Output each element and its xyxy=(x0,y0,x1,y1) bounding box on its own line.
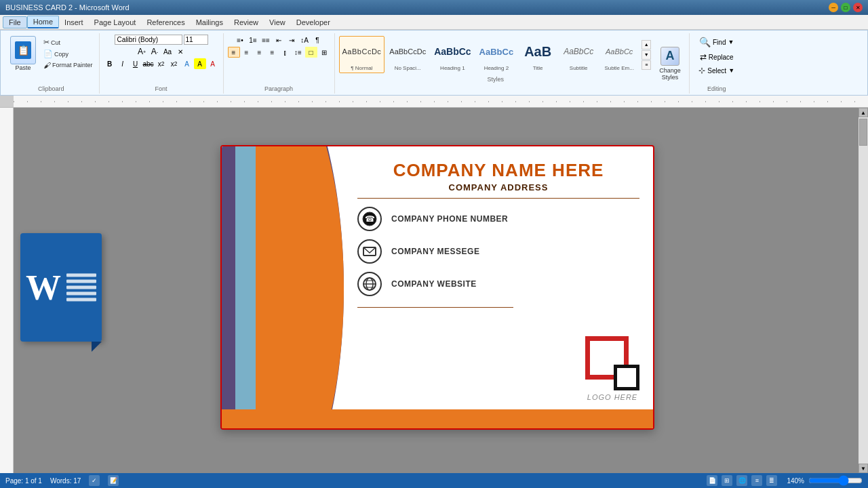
app-window: BUSINESS CARD 2 - Microsoft Word ─ □ ✕ F… xyxy=(0,0,868,488)
align-center-button[interactable]: ≡ xyxy=(241,47,253,58)
view-draft-icon[interactable]: ≣ xyxy=(766,475,777,486)
align-left-button[interactable]: ≡ xyxy=(228,47,240,58)
track-changes-icon[interactable]: 📝 xyxy=(108,475,119,486)
status-right: 📄 ⊞ 🌐 ≡ ≣ 140% xyxy=(707,475,863,486)
style-heading2[interactable]: AaBbCc Heading 2 xyxy=(476,36,517,73)
font-group-label: Font xyxy=(100,85,223,92)
website-row: COMPANY WEBSITE xyxy=(357,272,639,296)
style-subtitle[interactable]: AaBbCc Subtitle xyxy=(559,36,598,73)
styles-scroll-down[interactable]: ▼ xyxy=(642,50,651,60)
style-title[interactable]: AaB Title xyxy=(518,36,557,73)
ruler-corner xyxy=(0,96,14,107)
shrink-font-button[interactable]: A- xyxy=(149,46,161,57)
heading1-label: Heading 1 xyxy=(440,65,465,71)
menu-item-home[interactable]: Home xyxy=(27,16,59,28)
menu-item-developer[interactable]: Developer xyxy=(291,17,336,28)
sort-button[interactable]: ↕A xyxy=(298,35,311,45)
bold-button[interactable]: B xyxy=(104,58,116,69)
cut-button[interactable]: ✂ Cut xyxy=(41,37,95,47)
view-web-icon[interactable]: 🌐 xyxy=(736,475,747,486)
select-button[interactable]: ⊹ Select ▼ xyxy=(696,64,737,77)
editing-label: Editing xyxy=(690,85,744,92)
scroll-up-button[interactable]: ▲ xyxy=(859,108,868,117)
clear-format-button[interactable]: ✕ xyxy=(174,46,186,57)
subscript-button[interactable]: x2 xyxy=(155,58,167,69)
styles-scroll: ▲ ▼ ≡ xyxy=(640,39,652,71)
change-case-button[interactable]: Aa xyxy=(161,46,174,57)
justify-button[interactable]: ≡ xyxy=(267,47,279,58)
close-button[interactable]: ✕ xyxy=(853,3,863,12)
title-bar-controls: ─ □ ✕ xyxy=(829,3,863,12)
scroll-thumb[interactable] xyxy=(859,119,867,146)
change-styles-button[interactable]: A ChangeStyles xyxy=(655,44,685,83)
message-icon xyxy=(357,239,382,264)
underline-button[interactable]: U xyxy=(130,58,142,69)
view-fullscreen-icon[interactable]: ⊞ xyxy=(722,475,732,486)
menu-item-mailings[interactable]: Mailings xyxy=(191,17,229,28)
change-styles-icon: A xyxy=(660,47,679,66)
styles-group: AaBbCcDc ¶ Normal AaBbCcDc No Spaci... A… xyxy=(335,33,690,94)
view-outline-icon[interactable]: ≡ xyxy=(751,475,762,486)
styles-scroll-up[interactable]: ▲ xyxy=(642,40,651,49)
status-left: Page: 1 of 1 Words: 17 ✓ 📝 xyxy=(5,475,119,486)
grow-font-button[interactable]: A+ xyxy=(136,46,148,57)
format-painter-button[interactable]: 🖌 Format Painter xyxy=(41,60,95,70)
font-family-input[interactable] xyxy=(115,35,182,45)
spell-check-icon[interactable]: ✓ xyxy=(89,475,100,486)
column-button[interactable]: ⫿ xyxy=(279,47,292,58)
style-heading1[interactable]: AaBbCc Heading 1 xyxy=(431,36,474,73)
text-effects-button[interactable]: A xyxy=(181,58,193,69)
styles-expand[interactable]: ≡ xyxy=(642,60,651,70)
shading-button[interactable]: □ xyxy=(305,47,317,58)
minimize-button[interactable]: ─ xyxy=(829,3,838,12)
increase-indent-button[interactable]: ⇥ xyxy=(285,35,298,45)
zoom-slider[interactable] xyxy=(808,476,863,485)
style-no-spacing[interactable]: AaBbCcDc No Spaci... xyxy=(386,36,429,73)
cut-label: Cut xyxy=(51,39,60,46)
numbering-button[interactable]: 1≡ xyxy=(247,35,259,45)
scrollbar-right: ▲ ▼ xyxy=(859,108,868,473)
superscript-button[interactable]: x2 xyxy=(168,58,180,69)
show-formatting-button[interactable]: ¶ xyxy=(311,35,323,45)
subtle-em-preview: AaBbCc xyxy=(603,38,635,65)
change-styles-label: ChangeStyles xyxy=(659,67,681,81)
menu-item-references[interactable]: References xyxy=(141,17,190,28)
paragraph-label: Paragraph xyxy=(224,85,334,92)
phone-text: COMPANY PHONE NUMBER xyxy=(391,214,508,224)
highlight-button[interactable]: A xyxy=(194,58,206,69)
style-subtle-em[interactable]: AaBbCc Subtle Em... xyxy=(599,36,639,73)
multilevel-button[interactable]: ≡≡ xyxy=(260,35,272,45)
ruler xyxy=(14,96,868,107)
line-spacing-button[interactable]: ↕≡ xyxy=(292,47,304,58)
scroll-down-button[interactable]: ▼ xyxy=(859,464,868,473)
word-lines xyxy=(66,274,96,302)
main-content: W xyxy=(0,108,868,473)
replace-button[interactable]: ⇄ Replace xyxy=(697,51,736,63)
italic-button[interactable]: I xyxy=(117,58,129,69)
find-button[interactable]: 🔍 Find ▼ xyxy=(696,35,737,49)
menu-item-view[interactable]: View xyxy=(264,17,291,28)
paste-button[interactable]: 📋 Paste xyxy=(7,35,39,73)
menu-item-insert[interactable]: Insert xyxy=(59,17,89,28)
copy-button[interactable]: 📄 Copy xyxy=(41,49,95,59)
menu-item-file[interactable]: File xyxy=(3,16,27,28)
strikethrough-button[interactable]: abc xyxy=(142,58,155,69)
business-card[interactable]: COMPANY NAME HERE COMPANY ADDRESS ☎ COMP… xyxy=(220,145,654,430)
maximize-button[interactable]: □ xyxy=(841,3,850,12)
view-print-icon[interactable]: 📄 xyxy=(707,475,717,486)
clipboard-label: Clipboard xyxy=(3,85,99,92)
font-size-input[interactable] xyxy=(184,35,208,45)
zoom-level: 140% xyxy=(787,477,804,485)
menu-item-review[interactable]: Review xyxy=(229,17,264,28)
phone-row: ☎ COMPANY PHONE NUMBER xyxy=(357,207,639,231)
align-right-button[interactable]: ≡ xyxy=(254,47,266,58)
style-normal[interactable]: AaBbCcDc ¶ Normal xyxy=(339,36,385,73)
decrease-indent-button[interactable]: ⇤ xyxy=(273,35,285,45)
word-logo: W xyxy=(20,233,102,348)
bullets-button[interactable]: ≡• xyxy=(234,35,246,45)
menu-item-pagelayout[interactable]: Page Layout xyxy=(89,17,142,28)
borders-button[interactable]: ⊞ xyxy=(318,47,330,58)
message-row: COMPANY MESSEGE xyxy=(357,239,639,264)
font-color-button[interactable]: A xyxy=(207,58,219,69)
ribbon: 📋 Paste ✂ Cut 📄 Copy xyxy=(0,30,868,96)
